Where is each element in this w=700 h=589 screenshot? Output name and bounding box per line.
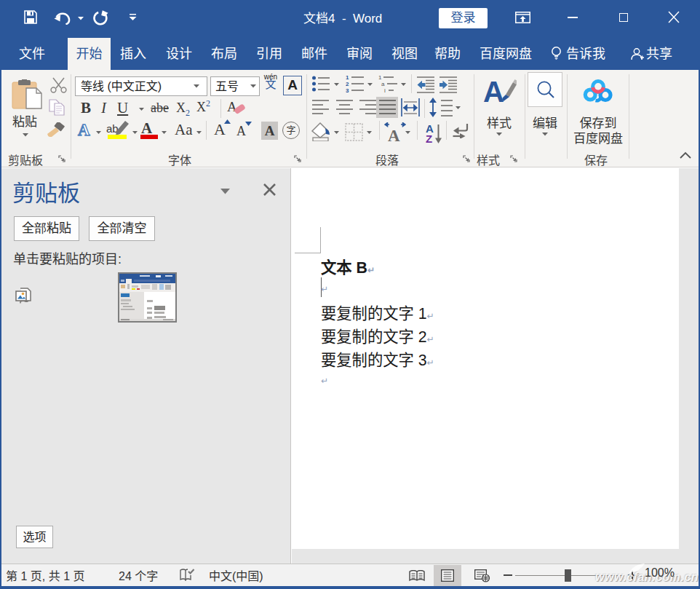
svg-text:a: a xyxy=(381,81,385,87)
svg-text:A: A xyxy=(483,77,504,104)
svg-text:2: 2 xyxy=(346,81,349,87)
svg-text:1: 1 xyxy=(346,74,349,81)
svg-text:Z: Z xyxy=(426,133,432,144)
svg-text:i: i xyxy=(384,87,386,93)
svg-text:3: 3 xyxy=(346,87,349,93)
svg-text:A: A xyxy=(388,127,400,142)
svg-text:1: 1 xyxy=(378,74,382,81)
